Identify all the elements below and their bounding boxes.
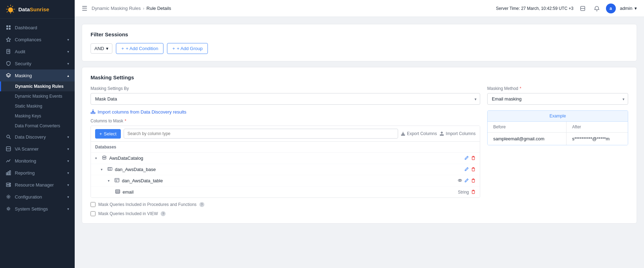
svg-point-31	[103, 156, 106, 157]
user-menu[interactable]: admin ▾	[620, 6, 637, 11]
edit-icon[interactable]	[464, 167, 469, 172]
sidebar-item-reporting[interactable]: Reporting ▾	[0, 167, 75, 179]
sidebar-item-label: VA Scanner	[15, 146, 64, 152]
sidebar-item-dynamic-masking-rules[interactable]: Dynamic Masking Rules	[0, 81, 75, 91]
svg-rect-16	[10, 171, 11, 175]
mask-view-checkbox[interactable]	[91, 211, 95, 216]
edit-icon[interactable]	[464, 178, 469, 184]
mask-procedures-row: Mask Queries Included in Procedures and …	[91, 202, 480, 207]
masking-method-label: Masking Method	[487, 86, 518, 91]
file-icon	[6, 49, 11, 54]
sidebar-item-dashboard[interactable]: Dashboard	[0, 22, 75, 34]
sidebar-item-label: Dashboard	[15, 25, 69, 30]
sidebar-item-data-format-converters[interactable]: Data Format Converters	[0, 121, 75, 131]
add-group-button[interactable]: + + Add Group	[167, 43, 208, 54]
masking-method-select[interactable]: Email masking	[487, 93, 628, 105]
chevron-down-icon: ▾	[67, 171, 69, 175]
sidebar-item-data-discovery[interactable]: Data Discovery ▾	[0, 131, 75, 143]
export-columns-button[interactable]: Export Columns	[401, 131, 437, 136]
topbar: ☰ Dynamic Masking Rules › Rule Details S…	[75, 0, 644, 17]
plus-icon: +	[121, 46, 124, 51]
schema-icon	[107, 166, 113, 172]
chevron-down-icon: ▾	[67, 207, 69, 211]
breadcrumb-parent[interactable]: Dynamic Masking Rules	[92, 6, 141, 11]
delete-icon[interactable]	[471, 178, 476, 184]
filter-sessions-card: Filter Sessions AND ▾ + + Add Condition …	[82, 24, 637, 61]
flag-icon[interactable]	[578, 4, 588, 13]
svg-rect-28	[401, 135, 405, 135]
example-box: Example Before After	[487, 110, 628, 145]
sidebar-item-masking-keys[interactable]: Masking Keys	[0, 111, 75, 121]
and-select[interactable]: AND ▾	[91, 43, 112, 54]
svg-rect-1	[6, 25, 8, 27]
edit-icon[interactable]	[464, 156, 469, 161]
add-group-label: + Add Group	[177, 46, 203, 51]
delete-icon[interactable]	[471, 189, 476, 195]
example-row: sampleemail@gmail.com s**********@*****m	[488, 133, 628, 145]
sidebar: DataSunrise Dashboard Compliances ▾ Audi…	[0, 0, 75, 268]
filter-row: AND ▾ + + Add Condition + + Add Group	[91, 43, 628, 54]
sidebar-item-system-settings[interactable]: System Settings ▾	[0, 203, 75, 215]
import-columns-link[interactable]: Import columns from Data Discovery resul…	[91, 109, 480, 115]
sidebar-item-label: Audit	[15, 49, 64, 54]
sidebar-item-audit[interactable]: Audit ▾	[0, 45, 75, 57]
masking-settings-card: Masking Settings Masking Settings By Mas…	[82, 67, 637, 224]
sidebar-item-configuration[interactable]: Configuration ▾	[0, 191, 75, 203]
select-add-button[interactable]: + Select	[95, 129, 121, 139]
columns-to-mask-label: Columns to Mask	[91, 118, 123, 123]
mask-view-label: Mask Queries Included in VIEW	[98, 211, 158, 216]
sidebar-item-monitoring[interactable]: Monitoring ▾	[0, 155, 75, 167]
sidebar-item-resource-manager[interactable]: Resource Manager ▾	[0, 179, 75, 191]
sidebar-item-label: Compliances	[15, 37, 64, 42]
and-label: AND	[94, 46, 104, 51]
tree-chevron-icon: ▾	[101, 168, 105, 171]
chevron-down-icon: ▾	[67, 135, 69, 139]
sidebar-item-masking[interactable]: Masking ▴	[0, 69, 75, 81]
delete-icon[interactable]	[471, 167, 476, 172]
sidebar-nav: Dashboard Compliances ▾ Audit ▾ Security…	[0, 19, 75, 268]
logo: DataSunrise	[0, 0, 75, 19]
add-condition-button[interactable]: + + Add Condition	[116, 43, 163, 54]
masking-right: Masking Method * Email masking ▾ Example	[487, 86, 628, 216]
chevron-down-icon: ▾	[634, 6, 637, 11]
export-columns-label: Export Columns	[407, 131, 437, 136]
mask-procedures-checkbox[interactable]	[91, 202, 95, 207]
tree-node-label: dan_AwsData_table	[122, 178, 456, 183]
tree-item-awsdatacatalog[interactable]: ▾ AwsDataCatalog	[91, 153, 480, 164]
search-column-input[interactable]	[124, 129, 398, 139]
svg-rect-42	[472, 179, 475, 182]
tree-chevron-icon: ▾	[108, 179, 112, 183]
help-icon-view[interactable]: ?	[161, 211, 166, 216]
sidebar-item-static-masking[interactable]: Static Masking	[0, 101, 75, 111]
svg-rect-15	[8, 172, 9, 175]
sidebar-item-dynamic-masking-events[interactable]: Dynamic Masking Events	[0, 91, 75, 101]
sidebar-item-va-scanner[interactable]: VA Scanner ▾	[0, 143, 75, 155]
svg-point-20	[10, 185, 10, 186]
select-label: Select	[104, 131, 117, 136]
chevron-up-icon: ▴	[67, 74, 69, 78]
view-icon[interactable]	[458, 178, 462, 184]
required-asterisk-method: *	[520, 86, 521, 91]
svg-marker-5	[6, 37, 11, 42]
bar-chart-icon	[6, 170, 11, 176]
tree-item-dan-awsdata-base[interactable]: ▾ dan_AwsData_base	[91, 164, 480, 175]
settings-by-label: Masking Settings By	[91, 86, 480, 91]
bell-icon[interactable]	[592, 4, 602, 13]
import-columns-button[interactable]: Import Columns	[440, 131, 476, 136]
and-chevron-icon: ▾	[106, 46, 109, 51]
svg-rect-30	[440, 135, 444, 135]
tree-item-dan-awsdata-table[interactable]: ▾ dan_AwsData_table	[91, 175, 480, 187]
hamburger-icon[interactable]: ☰	[82, 5, 87, 12]
help-icon[interactable]: ?	[199, 202, 204, 207]
mask-procedures-label: Mask Queries Included in Procedures and …	[98, 202, 197, 207]
example-header: Example	[488, 111, 628, 122]
sidebar-item-compliances[interactable]: Compliances ▾	[0, 34, 75, 45]
settings-by-select[interactable]: Mask Data	[91, 93, 480, 105]
masking-settings-title: Masking Settings	[91, 74, 628, 80]
sidebar-item-security[interactable]: Security ▾	[0, 57, 75, 69]
svg-rect-14	[6, 173, 7, 175]
delete-icon[interactable]	[471, 156, 476, 161]
masking-settings-row: Masking Settings By Mask Data ▾ Import c…	[91, 86, 628, 216]
breadcrumb: Dynamic Masking Rules › Rule Details	[92, 6, 492, 11]
chevron-down-icon: ▾	[67, 195, 69, 199]
